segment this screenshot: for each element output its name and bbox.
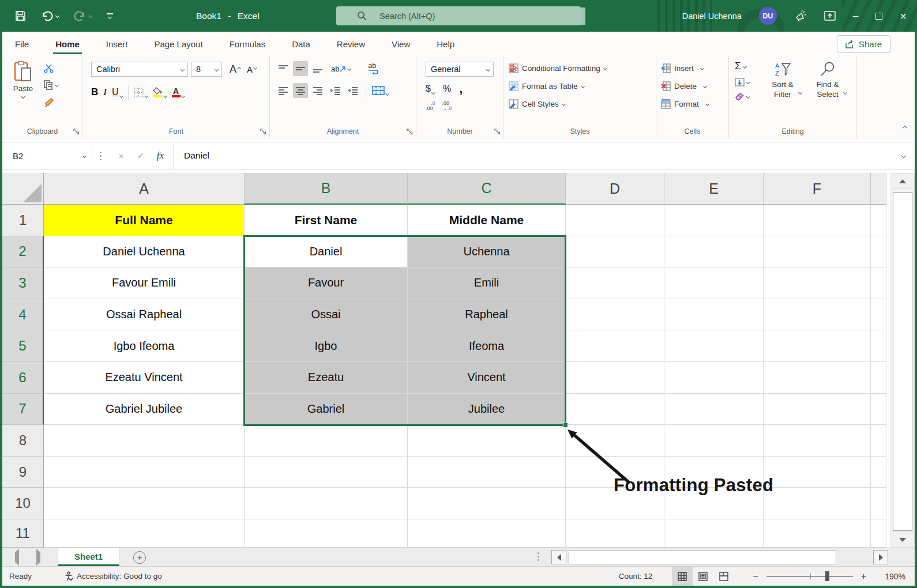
align-top-button[interactable] [276, 61, 291, 76]
cell-B3[interactable]: Favour [245, 267, 408, 299]
status-count[interactable]: Count: 12 [619, 572, 653, 581]
align-middle-button[interactable] [293, 61, 308, 76]
cell-D2[interactable] [566, 236, 664, 268]
font-color-button[interactable]: A [172, 88, 185, 97]
cell-B8[interactable] [245, 425, 408, 457]
cell-E4[interactable] [664, 299, 764, 331]
percent-style-button[interactable]: % [443, 84, 451, 94]
undo-button[interactable] [41, 10, 59, 21]
cell-A10[interactable] [44, 488, 245, 519]
cell-D6[interactable] [566, 362, 664, 394]
column-header-b[interactable]: B [245, 173, 408, 205]
horizontal-scroll-thumb[interactable] [569, 550, 836, 564]
scroll-down-button[interactable] [891, 532, 914, 547]
cell-B9[interactable] [245, 457, 408, 488]
cell-F1[interactable] [764, 205, 871, 236]
maximize-button[interactable] [875, 13, 882, 20]
column-header-c[interactable]: C [408, 173, 566, 205]
tab-page-layout[interactable]: Page Layout [153, 37, 204, 51]
sheet-nav-left-button[interactable] [15, 552, 19, 563]
row-header-10[interactable]: 10 [2, 488, 44, 519]
comma-style-button[interactable]: , [459, 81, 463, 96]
accessibility-status[interactable]: Accessibility: Good to go [64, 571, 162, 581]
cell-B11[interactable] [245, 519, 408, 548]
decrease-decimal-button[interactable]: .00→.0 [442, 101, 452, 111]
cell-A8[interactable] [44, 425, 245, 457]
row-header-9[interactable]: 9 [2, 457, 44, 488]
avatar[interactable]: DU [759, 7, 777, 25]
cancel-button[interactable]: × [112, 147, 130, 164]
cell-E8[interactable] [664, 425, 764, 457]
user-name[interactable]: Daniel Uchenna [682, 12, 742, 21]
insert-function-button[interactable]: fx [151, 147, 170, 164]
cell-C6[interactable]: Vincent [408, 362, 566, 394]
cut-button[interactable] [44, 64, 58, 73]
cell-C11[interactable] [408, 519, 566, 548]
align-center-button[interactable] [293, 83, 308, 98]
font-name-select[interactable]: Calibri [91, 62, 188, 77]
cell-B5[interactable]: Igbo [245, 330, 408, 362]
cell-partial-10[interactable] [871, 488, 886, 519]
collapse-ribbon-button[interactable] [903, 122, 907, 132]
format-as-table-button[interactable]: Format as Table [504, 77, 584, 95]
underline-button[interactable]: U [112, 87, 123, 97]
align-bottom-button[interactable] [310, 61, 325, 76]
number-dialog-launcher[interactable] [494, 129, 501, 135]
tab-bar-splitter[interactable] [538, 552, 539, 561]
cell-A6[interactable]: Ezeatu Vincent [44, 362, 245, 394]
row-header-3[interactable]: 3 [2, 267, 44, 299]
cell-partial-2[interactable] [871, 236, 886, 268]
name-box[interactable]: B2 [5, 146, 92, 165]
cell-E5[interactable] [664, 330, 764, 362]
new-sheet-button[interactable]: + [133, 551, 146, 564]
close-button[interactable]: × [900, 10, 907, 22]
increase-decimal-button[interactable]: ←.0.00 [426, 101, 435, 111]
font-size-select[interactable]: 8 [191, 62, 222, 77]
borders-button[interactable] [134, 88, 148, 97]
share-button[interactable]: Share [837, 35, 890, 53]
scroll-up-button[interactable] [891, 174, 914, 189]
cell-C2[interactable]: Uchenna [408, 236, 566, 268]
cell-F5[interactable] [764, 330, 871, 362]
scroll-left-button[interactable] [551, 550, 566, 564]
cell-F6[interactable] [764, 362, 871, 394]
expand-formula-bar-icon[interactable] [901, 153, 906, 158]
cell-E6[interactable] [664, 362, 764, 394]
cell-A4[interactable]: Ossai Rapheal [44, 299, 245, 331]
page-break-preview-button[interactable] [713, 567, 734, 586]
cell-F7[interactable] [764, 394, 871, 425]
cell-F11[interactable] [764, 519, 871, 548]
format-painter-button[interactable] [44, 97, 58, 108]
sort-filter-button[interactable]: AZ Sort & Filter [765, 62, 801, 99]
cell-D5[interactable] [566, 330, 664, 362]
fill-color-button[interactable] [153, 87, 167, 97]
ribbon-display-options-button[interactable] [824, 11, 836, 21]
tab-review[interactable]: Review [336, 37, 366, 51]
row-header-1[interactable]: 1 [2, 205, 44, 236]
cell-F2[interactable] [764, 236, 871, 268]
align-left-button[interactable] [276, 83, 291, 98]
cell-B6[interactable]: Ezeatu [245, 362, 408, 394]
vertical-scroll-thumb[interactable] [893, 192, 912, 531]
cell-C1[interactable]: Middle Name [408, 205, 566, 236]
find-select-button[interactable]: Find & Select [810, 62, 845, 99]
column-header-f[interactable]: F [764, 173, 871, 205]
enter-button[interactable]: ✓ [131, 147, 150, 164]
tab-insert[interactable]: Insert [105, 37, 129, 51]
paste-button[interactable]: Paste [7, 61, 39, 98]
zoom-in-button[interactable]: + [858, 571, 870, 582]
decrease-indent-button[interactable] [328, 83, 343, 98]
tab-help[interactable]: Help [435, 37, 456, 51]
bold-button[interactable]: B [91, 86, 98, 98]
cell-partial-11[interactable] [871, 519, 886, 548]
cell-D3[interactable] [566, 267, 664, 299]
cell-E2[interactable] [664, 236, 764, 268]
zoom-out-button[interactable]: − [749, 571, 761, 582]
row-header-7[interactable]: 7 [2, 394, 44, 425]
minimize-button[interactable]: – [853, 11, 858, 21]
formula-bar-grip[interactable] [92, 152, 108, 160]
row-header-11[interactable]: 11 [2, 519, 44, 548]
tab-data[interactable]: Data [291, 37, 311, 51]
cell-A9[interactable] [44, 457, 245, 488]
row-header-4[interactable]: 4 [2, 299, 44, 331]
